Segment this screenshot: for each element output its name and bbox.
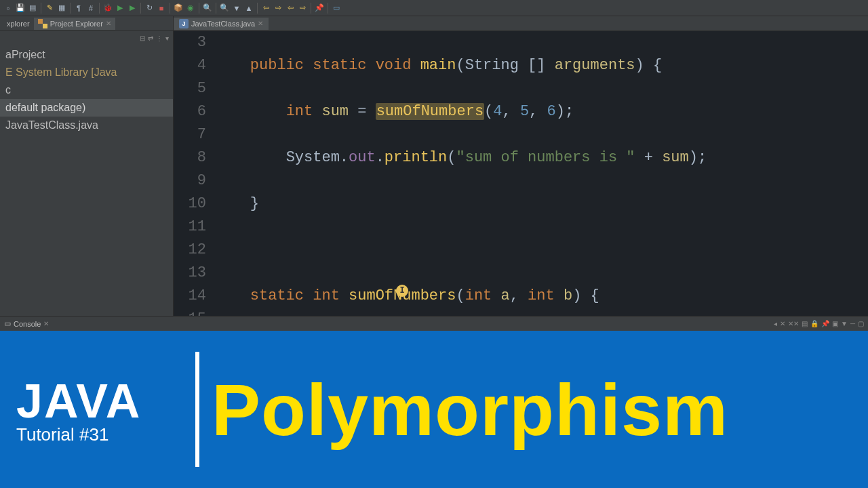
scroll-lock-icon[interactable]: 🔒 [810, 320, 818, 327]
debug-icon[interactable]: 🐞 [102, 3, 113, 14]
toolbar-separator [257, 3, 258, 14]
main-area: xplorer Project Explorer ✕ ⊟ ⇄ ⋮ ▾ aProj… [0, 16, 868, 316]
code-line[interactable]: } [214, 192, 868, 216]
line-number: 8 [174, 146, 206, 169]
package-icon [38, 19, 47, 28]
main-toolbar: ▫ 💾 ▤ ✎ ▦ ¶ # 🐞 ▶ ▶ ↻ ■ 📦 ◉ 🔍 🔍 ▼ ▲ ⇦ ⇨ … [0, 0, 868, 16]
code-content[interactable]: public static void main(String [] argume… [214, 31, 868, 316]
code-line[interactable]: System.out.println("sum of numbers is " … [214, 146, 868, 169]
console-label: Console [14, 320, 41, 328]
pin-console-icon[interactable]: 📌 [821, 320, 829, 327]
editor-tab[interactable]: J JavaTestClass.java ✕ [174, 18, 269, 30]
code-line[interactable] [214, 239, 868, 262]
stop-icon[interactable]: ■ [156, 3, 167, 14]
window-icon[interactable]: ▭ [331, 3, 342, 14]
remove-launch-icon[interactable]: ✕ [780, 320, 785, 327]
line-number: 4 [174, 54, 206, 77]
next-edit-icon[interactable]: ⇨ [297, 3, 308, 14]
line-number: 10 [174, 192, 206, 216]
toolbar-separator [216, 3, 216, 14]
toolbar-separator [328, 3, 328, 14]
line-number: 14 [174, 285, 206, 308]
explorer-tab-bar: xplorer Project Explorer ✕ [0, 16, 173, 31]
tutorial-banner: JAVA Tutorial #31 Polymorphism [0, 331, 868, 488]
display-selected-icon[interactable]: ▣ [832, 320, 838, 327]
maximize-icon[interactable]: ▢ [858, 320, 864, 327]
search-icon[interactable]: 🔍 [219, 3, 230, 14]
toolbar-separator [140, 3, 141, 14]
code-area[interactable]: 3 4 5 6 7 8 9 10 11 12 13 14 15 public s… [174, 31, 868, 316]
new-icon[interactable]: ▫ [3, 3, 14, 14]
line-number: 11 [174, 216, 206, 239]
text-cursor-icon: I [396, 285, 408, 297]
collapse-all-icon[interactable]: ⊟ [140, 35, 145, 42]
tree-project[interactable]: aProject [0, 46, 173, 64]
coverage-icon[interactable]: ▶ [127, 3, 138, 14]
line-number: 9 [174, 169, 206, 192]
explorer-tab-package[interactable]: xplorer [3, 18, 34, 29]
prev-annotation-icon[interactable]: ▲ [243, 3, 254, 14]
tree-library-label: E System Library [Java [5, 66, 117, 78]
filter-icon[interactable]: ⋮ [156, 35, 163, 42]
console-tab[interactable]: ▭ Console ✕ [4, 319, 49, 328]
code-line[interactable]: public static void main(String [] argume… [214, 54, 868, 77]
close-icon[interactable]: ✕ [43, 320, 49, 327]
open-console-icon[interactable]: ▼ [841, 320, 848, 327]
clear-console-icon[interactable]: ▤ [802, 320, 808, 327]
close-icon[interactable]: ✕ [106, 20, 111, 27]
prev-launch-icon[interactable]: ◂ [774, 320, 777, 327]
forward-icon[interactable]: ⇨ [273, 3, 283, 14]
explorer-toolbar: ⊟ ⇄ ⋮ ▾ [0, 31, 173, 45]
next-annotation-icon[interactable]: ▼ [231, 3, 242, 14]
toolbar-separator [311, 3, 311, 14]
line-number: 15 [174, 308, 206, 316]
banner-divider [195, 352, 199, 467]
line-number: 13 [174, 262, 206, 285]
explorer-tab-project[interactable]: Project Explorer ✕ [34, 18, 115, 30]
banner-left: JAVA Tutorial #31 [0, 374, 190, 445]
close-icon[interactable]: ✕ [258, 20, 263, 27]
toolbar-separator [41, 3, 41, 14]
code-line[interactable]: int sum = sumOfNumbers(4, 5, 6); [214, 100, 868, 123]
toolbar-separator [70, 3, 71, 14]
open-type-icon[interactable]: 🔍 [202, 3, 213, 14]
save-icon[interactable]: 💾 [15, 3, 26, 14]
editor-tab-bar: J JavaTestClass.java ✕ [174, 16, 868, 31]
code-line[interactable]: static int sumOfNumbers(int a, int b) { [214, 285, 868, 308]
tree-library[interactable]: E System Library [Java [0, 64, 173, 81]
tree-package[interactable]: default package) [0, 99, 173, 117]
remove-all-icon[interactable]: ✕✕ [788, 320, 799, 327]
save-all-icon[interactable]: ▤ [27, 3, 38, 14]
edit-icon[interactable]: ✎ [44, 3, 55, 14]
run-last-icon[interactable]: ↻ [144, 3, 155, 14]
pin-icon[interactable]: 📌 [314, 3, 325, 14]
line-number: 5 [174, 77, 206, 100]
last-edit-icon[interactable]: ⇦ [285, 3, 296, 14]
java-file-icon: J [179, 19, 189, 28]
explorer-tab-label: Project Explorer [50, 20, 103, 28]
console-panel-header: ▭ Console ✕ ◂ ✕ ✕✕ ▤ 🔒 📌 ▣ ▼ ─ ▢ [0, 316, 868, 331]
back-icon[interactable]: ⇦ [260, 3, 271, 14]
line-number: 6 [174, 100, 206, 123]
new-class-icon[interactable]: ◉ [185, 3, 196, 14]
tree-src[interactable]: c [0, 81, 173, 99]
new-package-icon[interactable]: 📦 [173, 3, 184, 14]
project-tree[interactable]: aProject E System Library [Java c defaul… [0, 45, 173, 136]
project-explorer: xplorer Project Explorer ✕ ⊟ ⇄ ⋮ ▾ aProj… [0, 16, 174, 316]
banner-title: Polymorphism [212, 367, 728, 452]
hash-icon[interactable]: # [85, 3, 96, 14]
toolbar-separator [199, 3, 199, 14]
link-editor-icon[interactable]: ⇄ [148, 35, 153, 42]
build-icon[interactable]: ▦ [56, 3, 67, 14]
paragraph-icon[interactable]: ¶ [73, 3, 84, 14]
line-gutter: 3 4 5 6 7 8 9 10 11 12 13 14 15 [174, 31, 214, 316]
tree-file[interactable]: JavaTestClass.java [0, 117, 173, 134]
run-icon[interactable]: ▶ [115, 3, 125, 14]
line-number: 7 [174, 123, 206, 146]
code-editor: J JavaTestClass.java ✕ 3 4 5 6 7 8 9 10 … [174, 16, 868, 316]
menu-icon[interactable]: ▾ [165, 35, 169, 42]
minimize-icon[interactable]: ─ [850, 320, 855, 327]
toolbar-separator [99, 3, 100, 14]
line-number: 3 [174, 31, 206, 54]
console-icon: ▭ [4, 319, 11, 328]
